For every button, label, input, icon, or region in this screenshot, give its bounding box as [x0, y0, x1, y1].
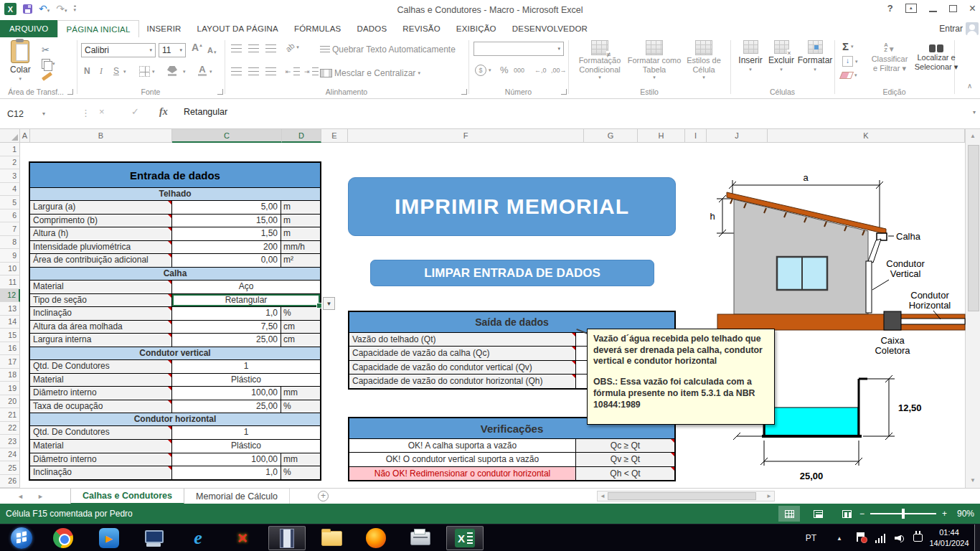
value-cell[interactable]: 1: [172, 426, 320, 439]
row-header[interactable]: 3: [0, 169, 20, 183]
wrap-text-button[interactable]: Quebrar Texto Automaticamente: [320, 44, 456, 55]
tab-arquivo[interactable]: ARQUIVO: [0, 20, 57, 37]
unit-cell[interactable]: cm: [281, 334, 320, 347]
row-header[interactable]: 17: [0, 355, 20, 369]
row-header[interactable]: 9: [0, 249, 20, 263]
unit-cell[interactable]: m²: [281, 254, 320, 267]
select-all-corner[interactable]: [0, 129, 20, 143]
unit-cell[interactable]: mm: [281, 387, 320, 400]
row-header[interactable]: 26: [0, 475, 20, 489]
tab-revisao[interactable]: REVISÃO: [395, 20, 448, 37]
tab-inserir[interactable]: INSERIR: [139, 20, 189, 37]
tab-formulas[interactable]: FÓRMULAS: [286, 20, 349, 37]
taskbar-x-app[interactable]: ×: [224, 526, 261, 550]
value-cell[interactable]: 5,00: [172, 201, 281, 214]
label-cell[interactable]: Qtd. De Condutores: [30, 426, 172, 439]
value-cell[interactable]: 0,00: [172, 254, 281, 267]
label-cell[interactable]: Largura interna: [30, 334, 172, 347]
unit-cell[interactable]: %: [281, 400, 320, 413]
row-header[interactable]: 20: [0, 395, 20, 409]
unit-cell[interactable]: m: [281, 227, 320, 240]
chevron-down-icon[interactable]: ▾: [183, 69, 186, 75]
label-cell[interactable]: Qtd. De Condutores: [30, 360, 172, 373]
fill-button[interactable]: ↓▾: [842, 56, 858, 67]
condition-cell[interactable]: Qh < Qt: [576, 467, 674, 480]
sheet-tab[interactable]: Calhas e Condutores: [70, 489, 184, 504]
label-cell[interactable]: Altura da área molhada: [30, 321, 172, 334]
column-header[interactable]: D: [282, 129, 321, 143]
collapse-ribbon-icon[interactable]: ∧: [967, 82, 972, 90]
delete-cells-button[interactable]: × Excluir▾: [766, 40, 796, 72]
condition-cell[interactable]: Qc ≥ Qt: [576, 439, 674, 452]
page-break-view-button[interactable]: [836, 506, 857, 522]
status-cell[interactable]: Não OK! Redimensionar o condutor horizon…: [349, 467, 576, 480]
sheet-tab[interactable]: Memorial de Cálculo: [184, 489, 290, 504]
zoom-in-icon[interactable]: +: [942, 509, 947, 519]
increase-decimal-button[interactable]: ←,0: [534, 67, 547, 74]
enter-icon[interactable]: ✓: [131, 106, 139, 117]
column-header[interactable]: K: [768, 129, 965, 143]
row-header[interactable]: 24: [0, 448, 20, 462]
formula-input[interactable]: Retangular: [184, 107, 227, 117]
row-header[interactable]: 18: [0, 369, 20, 382]
imprimir-memorial-button[interactable]: IMPRIMIR MEMORIAL: [348, 177, 676, 236]
label-cell[interactable]: Área de contribuição adicional: [30, 254, 172, 267]
scrollbar-thumb[interactable]: [608, 492, 756, 500]
italic-button[interactable]: I: [100, 66, 103, 77]
zoom-out-icon[interactable]: −: [859, 509, 864, 519]
network-signal-icon[interactable]: [875, 534, 886, 543]
undo-button[interactable]: ↶▾: [39, 4, 50, 14]
normal-view-button[interactable]: [778, 506, 800, 522]
format-painter-button[interactable]: [42, 75, 52, 78]
value-cell[interactable]: 200: [172, 241, 281, 254]
column-header[interactable]: A: [20, 129, 30, 143]
label-cell[interactable]: Capacidade de vazão do condutor vertical…: [349, 361, 576, 374]
excel-logo-icon[interactable]: X: [4, 3, 17, 15]
percent-style-button[interactable]: %: [500, 65, 509, 75]
row-header[interactable]: 4: [0, 183, 20, 197]
row-header[interactable]: 14: [0, 316, 20, 329]
value-cell[interactable]: 15,00: [172, 215, 281, 227]
align-top-button[interactable]: [231, 44, 242, 52]
font-name-combo[interactable]: Calibri▾: [81, 43, 156, 57]
conditional-formatting-button[interactable]: ≠ Formatação Condicional▾: [574, 40, 626, 80]
chevron-down-icon[interactable]: ▾: [123, 69, 126, 75]
zoom-track[interactable]: [870, 513, 936, 514]
page-layout-view-button[interactable]: [807, 506, 829, 522]
value-cell[interactable]: 1,50: [172, 227, 281, 240]
value-cell[interactable]: 25,00: [172, 334, 281, 347]
label-cell[interactable]: Intensidade pluviométrica: [30, 241, 172, 254]
label-cell[interactable]: Comprimento (b): [30, 215, 172, 227]
align-bottom-button[interactable]: [265, 44, 276, 52]
tab-desenvolvedor[interactable]: DESENVOLVEDOR: [504, 20, 595, 37]
font-color-button[interactable]: A: [198, 65, 207, 76]
sign-in-link[interactable]: Entrar: [939, 20, 963, 37]
close-button[interactable]: ×: [969, 4, 976, 14]
label-cell[interactable]: Vazão do telhado (Qt): [349, 333, 576, 346]
clock[interactable]: 01:4414/01/2024: [925, 527, 973, 548]
zoom-level[interactable]: 90%: [957, 504, 974, 524]
value-cell[interactable]: 7,50: [172, 321, 281, 334]
column-header[interactable]: H: [638, 129, 685, 143]
unit-cell[interactable]: mm: [281, 453, 320, 466]
cut-button[interactable]: ✂: [42, 44, 50, 55]
help-button[interactable]: ?: [887, 3, 893, 14]
label-cell[interactable]: Largura (a): [30, 201, 172, 214]
merge-center-button[interactable]: Mesclar e Centralizar▾: [320, 68, 420, 78]
font-size-combo[interactable]: 11▾: [159, 43, 186, 57]
unit-cell[interactable]: m: [281, 215, 320, 227]
row-header[interactable]: 16: [0, 342, 20, 356]
cancel-icon[interactable]: ×: [99, 106, 105, 117]
horizontal-scrollbar[interactable]: ◄ ►: [597, 491, 775, 501]
label-cell[interactable]: Inclinação: [30, 307, 172, 320]
minimize-button[interactable]: [929, 4, 937, 12]
scroll-up-icon[interactable]: ▲: [967, 131, 979, 142]
tab-pagina-inicial[interactable]: PÁGINA INICIAL: [57, 20, 138, 37]
label-cell[interactable]: Altura (h): [30, 227, 172, 240]
label-cell[interactable]: Material: [30, 374, 172, 387]
redo-button[interactable]: ↷▾: [56, 4, 67, 14]
sort-filter-button[interactable]: AZ▼ Classificar e Filtrar ▾: [870, 43, 910, 73]
dialog-launcher-icon[interactable]: [561, 89, 567, 95]
scroll-left-icon[interactable]: ◄: [600, 493, 606, 499]
column-header[interactable]: J: [707, 129, 768, 143]
